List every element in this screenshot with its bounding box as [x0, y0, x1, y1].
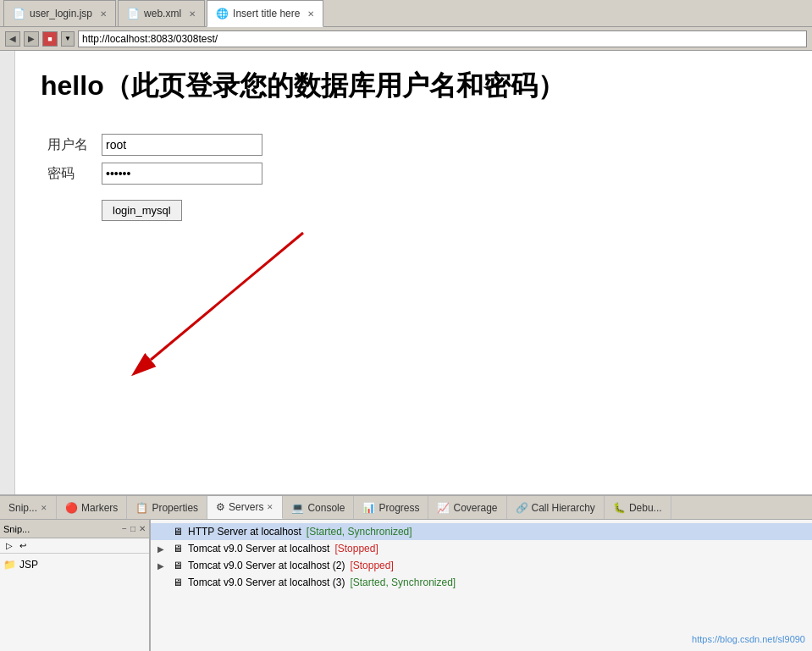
server-item-http[interactable]: 🖥 HTTP Server at localhost [Started, Syn…	[151, 523, 812, 540]
tab-console[interactable]: 💻 Console	[283, 496, 354, 519]
left-sidebar	[0, 51, 15, 494]
coverage-label: Coverage	[453, 502, 497, 514]
server-status: [Started, Synchronized]	[350, 577, 456, 588]
progress-icon: 📊	[362, 502, 375, 514]
markers-label: Markers	[81, 502, 118, 514]
server-name: HTTP Server at localhost	[188, 526, 301, 538]
svg-line-1	[151, 233, 303, 360]
page-title: hello（此页登录您的数据库用户名和密码）	[41, 68, 787, 105]
bottom-tab-bar: Snip... ✕ 🔴 Markers 📋 Properties ⚙ Serve…	[0, 496, 812, 520]
tab-markers[interactable]: 🔴 Markers	[57, 496, 127, 519]
bottom-content: Snip... − □ ✕ ▷ ↩ 📁 JSP	[0, 520, 812, 651]
tab-user-login[interactable]: 📄 user_login.jsp ✕	[3, 0, 116, 26]
server-list: 🖥 HTTP Server at localhost [Started, Syn…	[151, 520, 812, 594]
file-icon: 📄	[127, 8, 140, 19]
tab-snip[interactable]: Snip... ✕	[0, 496, 57, 519]
server-status: [Stopped]	[350, 560, 393, 571]
file-icon: 📄	[13, 8, 25, 19]
tab-label: Insert title here	[233, 8, 300, 19]
debug-icon: 🐛	[613, 502, 626, 514]
snippet-tab-label: Snip...	[3, 524, 119, 534]
tab-insert-title[interactable]: 🌐 Insert title here ✕	[207, 0, 323, 27]
main-area: hello（此页登录您的数据库用户名和密码） 用户名 密码	[0, 51, 812, 494]
server-item-tomcat-2[interactable]: ▶ 🖥 Tomcat v9.0 Server at localhost (2) …	[151, 557, 812, 574]
server-name: Tomcat v9.0 Server at localhost (2)	[188, 560, 345, 571]
properties-icon: 📋	[135, 502, 148, 514]
stop-button[interactable]: ■	[42, 31, 58, 47]
server-icon: 🖥	[173, 577, 183, 588]
console-label: Console	[307, 502, 345, 514]
tab-debug[interactable]: 🐛 Debu...	[605, 496, 671, 519]
globe-icon: 🌐	[216, 8, 229, 19]
tab-servers[interactable]: ⚙ Servers ✕	[207, 496, 283, 519]
snippet-back-btn[interactable]: ↩	[17, 540, 29, 551]
snippet-close-btn[interactable]: ✕	[139, 524, 146, 533]
forward-button[interactable]: ▶	[24, 31, 39, 47]
bottom-panel: Snip... ✕ 🔴 Markers 📋 Properties ⚙ Serve…	[0, 494, 812, 651]
call-hierarchy-label: Call Hierarchy	[532, 502, 595, 514]
tab-label: web.xml	[144, 8, 181, 19]
snippet-tree-label: JSP	[19, 559, 38, 571]
call-hierarchy-icon: 🔗	[516, 502, 528, 514]
server-item-tomcat-1[interactable]: ▶ 🖥 Tomcat v9.0 Server at localhost [Sto…	[151, 540, 812, 557]
tab-close-icon[interactable]: ✕	[307, 9, 314, 19]
username-label: 用户名	[41, 130, 95, 159]
servers-icon: ⚙	[216, 501, 225, 513]
servers-label: Servers	[229, 501, 263, 513]
folder-icon: 📁	[3, 559, 16, 571]
tab-coverage[interactable]: 📈 Coverage	[428, 496, 506, 519]
snippet-maximize-btn[interactable]: □	[130, 524, 135, 533]
snippet-tree-item-jsp[interactable]: 📁 JSP	[3, 557, 146, 572]
snippet-toolbar: ▷ ↩	[0, 538, 149, 554]
browser-content: hello（此页登录您的数据库用户名和密码） 用户名 密码	[15, 51, 812, 494]
server-item-tomcat-3[interactable]: 🖥 Tomcat v9.0 Server at localhost (3) [S…	[151, 574, 812, 591]
servers-close-icon[interactable]: ✕	[267, 503, 273, 511]
password-label: 密码	[41, 159, 95, 188]
password-input[interactable]	[102, 163, 262, 185]
address-bar: ◀ ▶ ■ ▼	[0, 27, 812, 51]
snippet-tree: 📁 JSP	[0, 554, 149, 651]
snip-close-icon[interactable]: ✕	[41, 504, 47, 512]
tab-close-icon[interactable]: ✕	[100, 9, 107, 19]
username-input[interactable]	[102, 134, 262, 156]
snippet-panel: Snip... − □ ✕ ▷ ↩ 📁 JSP	[0, 520, 151, 651]
tab-close-icon[interactable]: ✕	[189, 9, 196, 19]
snippet-minimize-btn[interactable]: −	[122, 524, 127, 533]
progress-label: Progress	[378, 502, 419, 514]
tab-call-hierarchy[interactable]: 🔗 Call Hierarchy	[507, 496, 605, 519]
tab-bar: 📄 user_login.jsp ✕ 📄 web.xml ✕ 🌐 Insert …	[0, 0, 812, 27]
debug-label: Debu...	[629, 502, 662, 514]
expand-icon[interactable]: ▶	[157, 561, 168, 571]
properties-label: Properties	[152, 502, 198, 514]
server-icon: 🖥	[173, 526, 183, 538]
snip-label: Snip...	[8, 502, 37, 514]
tab-web-xml[interactable]: 📄 web.xml ✕	[118, 0, 205, 26]
url-input[interactable]	[78, 30, 807, 47]
server-name: Tomcat v9.0 Server at localhost	[188, 543, 329, 554]
back-button[interactable]: ◀	[5, 31, 20, 47]
login-button[interactable]: login_mysql	[102, 200, 182, 221]
markers-icon: 🔴	[65, 502, 78, 514]
server-icon: 🖥	[173, 543, 183, 554]
coverage-icon: 📈	[437, 502, 450, 514]
login-form: 用户名 密码 login_mysql	[41, 130, 269, 224]
server-status: [Stopped]	[334, 543, 378, 554]
console-icon: 💻	[291, 502, 304, 514]
server-icon: 🖥	[173, 560, 183, 571]
server-status: [Started, Synchronized]	[307, 526, 412, 538]
watermark: https://blog.csdn.net/sl9090	[692, 634, 805, 644]
snippet-forward-btn[interactable]: ▷	[3, 540, 15, 551]
tab-properties[interactable]: 📋 Properties	[127, 496, 207, 519]
red-arrow-annotation	[108, 216, 362, 402]
server-name: Tomcat v9.0 Server at localhost (3)	[188, 577, 345, 588]
snippet-tab-bar: Snip... − □ ✕	[0, 520, 149, 538]
tab-progress[interactable]: 📊 Progress	[354, 496, 428, 519]
tab-label: user_login.jsp	[30, 8, 92, 19]
servers-panel: 🖥 HTTP Server at localhost [Started, Syn…	[151, 520, 812, 651]
expand-icon[interactable]: ▶	[157, 544, 168, 554]
nav-dropdown[interactable]: ▼	[61, 31, 75, 47]
